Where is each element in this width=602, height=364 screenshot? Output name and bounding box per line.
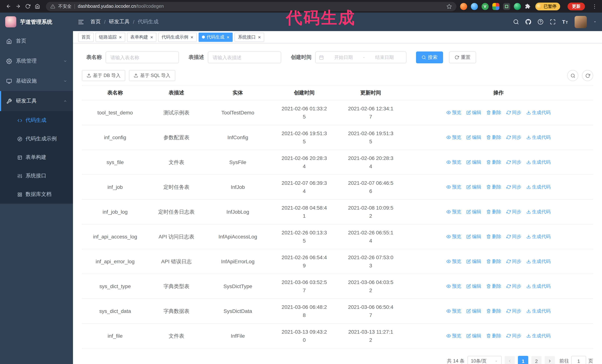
edit-link[interactable]: 编辑 [466,233,481,241]
reload-button[interactable] [23,1,32,11]
breadcrumb-item[interactable]: 研发工具 [109,19,130,25]
close-icon[interactable]: × [150,35,153,40]
edit-link[interactable]: 编辑 [466,208,481,216]
generate-code-link[interactable]: 生成代码 [527,307,550,315]
tab-form-builder[interactable]: 表单构建× [127,32,156,42]
sync-link[interactable]: 同步 [506,257,521,266]
security-label[interactable]: 不安全 [58,3,72,10]
preview-link[interactable]: 预览 [446,307,461,315]
extension-icon-2[interactable] [471,3,478,10]
breadcrumb-item[interactable]: 首页 [90,19,101,25]
sync-link[interactable]: 同步 [506,108,521,117]
prev-page-button[interactable] [505,356,515,364]
sync-link[interactable]: 同步 [506,158,521,166]
help-icon[interactable] [538,19,544,25]
tab-tracing[interactable]: 链路追踪× [96,32,125,42]
extensions-puzzle-icon[interactable] [524,3,531,10]
delete-link[interactable]: 删除 [486,257,501,266]
search-button[interactable]: 搜索 [416,52,443,63]
fullscreen-icon[interactable] [550,19,556,25]
sidebar-subitem-codegen-example[interactable]: 代码生成示例 [0,130,73,148]
extension-icon-5[interactable] [503,3,510,10]
sidebar-item-system[interactable]: 系统管理 [0,51,73,71]
close-icon[interactable]: × [227,35,229,40]
delete-link[interactable]: 删除 [486,108,501,117]
delete-link[interactable]: 删除 [486,208,501,216]
tab-codegen-example[interactable]: 代码生成示例× [158,32,196,42]
edit-link[interactable]: 编辑 [466,282,481,290]
sync-link[interactable]: 同步 [506,133,521,141]
page-size-select[interactable]: 10条/页 [468,356,502,364]
search-icon[interactable] [513,19,519,25]
address-bar[interactable]: 不安全 dashboard.yudao.iocoder.cn/tool/code… [46,2,456,11]
extension-icon-4[interactable] [492,3,499,10]
preview-link[interactable]: 预览 [446,257,461,266]
goto-page-input[interactable] [571,356,586,364]
generate-code-link[interactable]: 生成代码 [527,133,550,141]
sidebar-item-infra[interactable]: 基础设施 [0,71,73,91]
generate-code-link[interactable]: 生成代码 [527,282,550,290]
profile-paused-chip[interactable]: 已暂停 [535,2,560,10]
table-desc-input[interactable] [208,52,281,63]
preview-link[interactable]: 预览 [446,183,461,191]
reset-button[interactable]: 重置 [449,52,476,63]
preview-link[interactable]: 预览 [446,233,461,241]
tab-home[interactable]: 首页 [78,32,94,42]
date-range-picker[interactable]: 开始日期 - 结束日期 [315,52,406,63]
toggle-search-button[interactable] [567,70,578,81]
next-page-button[interactable] [545,356,555,364]
github-icon[interactable] [526,19,531,25]
delete-link[interactable]: 删除 [486,282,501,290]
preview-link[interactable]: 预览 [446,108,461,117]
avatar-caret-down-icon[interactable] [593,20,597,24]
sidebar-subitem-form-builder[interactable]: 表单构建 [0,148,73,167]
avatar[interactable] [575,16,587,28]
generate-code-link[interactable]: 生成代码 [527,183,550,191]
import-db-button[interactable]: 基于 DB 导入 [82,70,125,81]
edit-link[interactable]: 编辑 [466,158,481,166]
sync-link[interactable]: 同步 [506,332,521,340]
delete-link[interactable]: 删除 [486,133,501,141]
back-button[interactable] [4,1,13,11]
preview-link[interactable]: 预览 [446,282,461,290]
edit-link[interactable]: 编辑 [466,133,481,141]
browser-home-button[interactable] [32,1,42,11]
edit-link[interactable]: 编辑 [466,108,481,117]
sync-link[interactable]: 同步 [506,282,521,290]
edit-link[interactable]: 编辑 [466,332,481,340]
sync-link[interactable]: 同步 [506,233,521,241]
generate-code-link[interactable]: 生成代码 [527,108,550,117]
edit-link[interactable]: 编辑 [466,307,481,315]
edit-link[interactable]: 编辑 [466,183,481,191]
tab-api[interactable]: 系统接口× [235,32,264,42]
page-button-2[interactable]: 2 [531,356,542,364]
generate-code-link[interactable]: 生成代码 [527,233,550,241]
delete-link[interactable]: 删除 [486,307,501,315]
delete-link[interactable]: 删除 [486,332,501,340]
logo-area[interactable]: 芋道管理系统 [0,16,73,27]
generate-code-link[interactable]: 生成代码 [527,158,550,166]
forward-button[interactable] [13,1,23,11]
generate-code-link[interactable]: 生成代码 [527,332,550,340]
sync-link[interactable]: 同步 [506,208,521,216]
date-end-input[interactable]: 结束日期 [366,54,403,61]
close-icon[interactable]: × [258,35,261,40]
tab-codegen[interactable]: 代码生成× [199,32,233,42]
delete-link[interactable]: 删除 [486,233,501,241]
sidebar-subitem-db-doc[interactable]: 数据库文档 [0,185,73,204]
font-size-icon[interactable]: TT [562,19,568,25]
edit-link[interactable]: 编辑 [466,257,481,266]
extension-icon-1[interactable] [460,3,467,10]
close-icon[interactable]: × [119,35,122,40]
sidebar-toggle-button[interactable] [73,19,89,25]
preview-link[interactable]: 预览 [446,158,461,166]
bookmark-star-icon[interactable] [446,3,452,9]
import-sql-button[interactable]: 基于 SQL 导入 [129,70,175,81]
browser-update-button[interactable]: 更新 [568,2,585,10]
page-button-1[interactable]: 1 [518,356,528,364]
browser-menu-icon[interactable]: ⋮ [591,3,598,9]
sync-link[interactable]: 同步 [506,183,521,191]
close-icon[interactable]: × [190,35,193,40]
date-start-input[interactable]: 开始日期 [325,54,362,61]
preview-link[interactable]: 预览 [446,133,461,141]
